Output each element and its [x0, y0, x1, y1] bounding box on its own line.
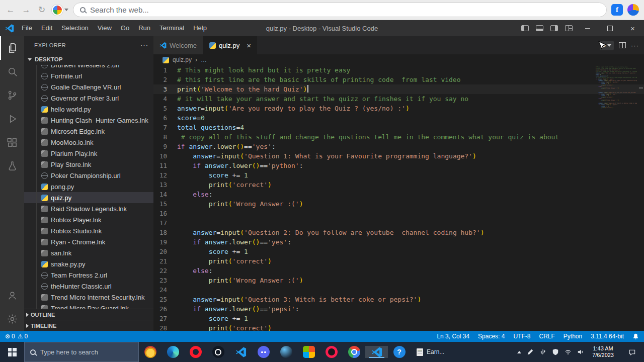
line-number[interactable]: 14: [153, 190, 177, 199]
menu-file[interactable]: File: [17, 20, 37, 36]
activity-extensions[interactable]: [0, 131, 24, 154]
news-widget[interactable]: Earn...: [411, 348, 450, 356]
browser-forward-icon[interactable]: →: [21, 5, 32, 16]
file-roblox-studio-lnk[interactable]: Roblox Studio.lnk: [24, 225, 153, 236]
volume-icon[interactable]: [577, 348, 584, 355]
photos-taskbar-button[interactable]: [297, 346, 320, 358]
line-number[interactable]: 22: [153, 266, 177, 276]
file-play-store-lnk[interactable]: Play Store.lnk: [24, 159, 153, 170]
menu-selection[interactable]: Selection: [57, 20, 93, 36]
file-poker-championship-url[interactable]: Poker Championship.url: [24, 170, 153, 181]
line-number[interactable]: 13: [153, 180, 177, 190]
line-number[interactable]: 26: [153, 304, 177, 314]
code-line-27[interactable]: 27 score += 1: [153, 314, 644, 323]
folder-desktop[interactable]: DESKTOP: [24, 54, 153, 65]
discord-taskbar-button[interactable]: [252, 346, 275, 358]
usb-icon[interactable]: [539, 348, 546, 355]
tray-overflow-icon[interactable]: [517, 351, 521, 353]
file-goalie-challenge-vr-url[interactable]: Goalie Challenge VR.url: [24, 81, 153, 93]
tab-close-icon[interactable]: ×: [247, 42, 251, 49]
pen-icon[interactable]: [527, 348, 534, 355]
file-raid-shadow-legends-lnk[interactable]: Raid Shadow Legends.lnk: [24, 203, 153, 214]
file-ryan-chrome-lnk[interactable]: Ryan - Chrome.lnk: [24, 236, 153, 247]
line-number[interactable]: 2: [153, 75, 177, 84]
problems-indicator[interactable]: ⊗0 ⚠0: [5, 333, 28, 340]
taskbar-clock[interactable]: 1:43 AM 7/6/2023: [590, 345, 616, 359]
line-number[interactable]: 28: [153, 323, 177, 331]
file-thehunter-classic-url[interactable]: theHunter Classic.url: [24, 281, 153, 292]
action-center-icon[interactable]: [622, 342, 642, 362]
code-line-9[interactable]: 9if answer.lower()=='yes':: [153, 142, 644, 151]
vscode-taskbar-button[interactable]: [365, 346, 388, 358]
code-line-28[interactable]: 28 print('correct'): [153, 323, 644, 331]
file-trend-micro-internet-security-lnk[interactable]: Trend Micro Internet Security.lnk: [24, 292, 153, 303]
facebook-icon[interactable]: f: [611, 4, 623, 16]
code-line-17[interactable]: 17: [153, 218, 644, 228]
line-number[interactable]: 1: [153, 65, 177, 75]
menu-run[interactable]: Run: [134, 20, 155, 36]
section-outline[interactable]: OUTLINE: [24, 309, 153, 320]
line-number[interactable]: 7: [153, 123, 177, 132]
line-number[interactable]: 21: [153, 256, 177, 266]
file-moomoo-io-lnk[interactable]: MooMoo.io.lnk: [24, 137, 153, 148]
code-line-26[interactable]: 26 if answer.lower()=='pepsi':: [153, 304, 644, 314]
file-fortnite-url[interactable]: Fortnite.url: [24, 70, 153, 81]
file-quiz-py[interactable]: quiz.py: [24, 192, 153, 203]
code-line-14[interactable]: 14 else:: [153, 190, 644, 199]
line-number[interactable]: 16: [153, 209, 177, 218]
editor-more-actions-icon[interactable]: ···: [631, 42, 639, 49]
code-line-25[interactable]: 25 answer=input('Question 3: Witch is be…: [153, 295, 644, 304]
operagx-taskbar-button[interactable]: [320, 346, 343, 358]
line-number[interactable]: 18: [153, 228, 177, 237]
file-drunken-wrestlers-2-url[interactable]: Drunken Wrestlers 2.url: [24, 65, 153, 70]
line-number[interactable]: 24: [153, 285, 177, 295]
code-line-5[interactable]: 5answer=input('Are you ready to play the…: [153, 104, 644, 113]
activity-account[interactable]: [0, 284, 24, 307]
line-number[interactable]: 12: [153, 170, 177, 180]
taskbar-search-input[interactable]: [40, 348, 133, 356]
file-hunting-clash-hunter-games-lnk[interactable]: Hunting Clash Hunter Games.lnk: [24, 115, 153, 126]
run-python-file-button[interactable]: ▶: [600, 41, 614, 50]
vscode-taskbar-button[interactable]: [229, 346, 252, 358]
file-snake-py-py[interactable]: snake.py.py: [24, 258, 153, 269]
profile-avatar-icon[interactable]: [627, 4, 639, 16]
web-search-input[interactable]: [90, 6, 600, 14]
code-line-19[interactable]: 19 if answer.lower()=='yes':: [153, 237, 644, 247]
status-crlf[interactable]: CRLF: [539, 333, 554, 340]
line-number[interactable]: 27: [153, 314, 177, 323]
code-line-4[interactable]: 4# it will take your answer and start th…: [153, 94, 644, 104]
status-python[interactable]: Python: [564, 333, 582, 340]
notifications-bell-icon[interactable]: [632, 333, 639, 340]
status-utf-8[interactable]: UTF-8: [513, 333, 530, 340]
line-number[interactable]: 17: [153, 218, 177, 228]
line-number[interactable]: 25: [153, 295, 177, 304]
network-icon[interactable]: [565, 348, 572, 355]
toggle-sidebar-icon[interactable]: [521, 25, 529, 31]
browser-logo-button[interactable]: [52, 5, 68, 16]
file-plarium-play-lnk[interactable]: Plarium Play.lnk: [24, 148, 153, 159]
code-line-3[interactable]: 3print('Welcome to the hard Quiz'): [153, 84, 644, 94]
minimize-button[interactable]: [576, 20, 599, 36]
menu-help[interactable]: Help: [189, 20, 211, 36]
medal-taskbar-button[interactable]: [139, 346, 162, 358]
line-number[interactable]: 6: [153, 113, 177, 123]
code-line-24[interactable]: 24: [153, 285, 644, 295]
line-number[interactable]: 20: [153, 247, 177, 256]
status-ln-3-col-34[interactable]: Ln 3, Col 34: [437, 333, 469, 340]
file-microsoft-edge-lnk[interactable]: Microsoft Edge.lnk: [24, 126, 153, 137]
code-line-7[interactable]: 7total_questions=4: [153, 123, 644, 132]
code-editor[interactable]: 1# This might look hard but it is pretty…: [153, 65, 644, 331]
breadcrumb[interactable]: quiz.py › …: [153, 54, 644, 65]
line-number[interactable]: 5: [153, 104, 177, 113]
web-search-bar[interactable]: [73, 3, 607, 17]
line-number[interactable]: 23: [153, 276, 177, 285]
run-dropdown-icon[interactable]: [607, 44, 611, 47]
code-line-2[interactable]: 2# this first line are the basic skills …: [153, 75, 644, 84]
tab-quiz-py[interactable]: quiz.py×: [203, 36, 258, 54]
code-line-22[interactable]: 22 else:: [153, 266, 644, 276]
code-line-1[interactable]: 1# This might look hard but it is pretty…: [153, 65, 644, 75]
file-trend-micro-pay-guard-lnk[interactable]: Trend Micro Pay Guard.lnk: [24, 303, 153, 309]
activity-testing[interactable]: [0, 154, 24, 178]
line-number[interactable]: 4: [153, 94, 177, 104]
start-button[interactable]: [0, 342, 24, 362]
